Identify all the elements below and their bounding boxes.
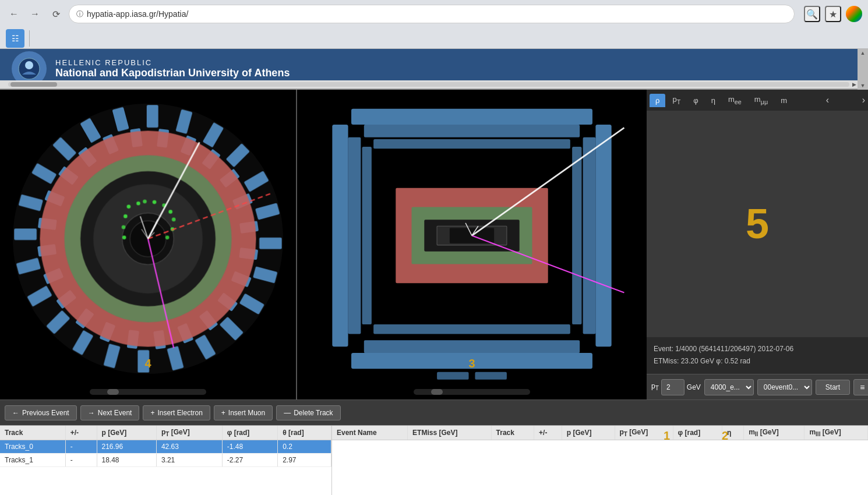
chart-number: 5	[746, 200, 769, 248]
apps-icon[interactable]: ☷	[6, 29, 24, 48]
col-sign: +/-	[65, 426, 97, 440]
svg-rect-76	[351, 109, 592, 125]
address-bar[interactable]: ⓘ hypatia-app.iasa.gr/Hypatia/	[69, 5, 795, 23]
scroll-down-arrow[interactable]: ▼	[860, 83, 866, 89]
svg-rect-97	[437, 372, 468, 380]
tab-muu[interactable]: mμμ	[749, 93, 774, 108]
action-controls-bar: ← Previous Event → Next Event + Insert E…	[0, 399, 868, 425]
svg-rect-86	[362, 147, 372, 324]
svg-rect-84	[373, 139, 570, 148]
prev-event-icon: ←	[12, 409, 19, 417]
header-banner: HELLENIC REPUBLIC National and Kapodistr…	[0, 49, 868, 90]
start-button[interactable]: Start	[816, 380, 850, 395]
insert-muon-label: Insert Muon	[228, 409, 265, 417]
tab-mee[interactable]: mee	[722, 93, 747, 108]
side-detector-panel: 3	[297, 90, 647, 399]
header-line2: National and Kapodistrian University of …	[55, 67, 290, 79]
prev-event-button[interactable]: ← Previous Event	[5, 405, 77, 420]
vertical-scrollbar[interactable]: ▲ ▼	[858, 49, 868, 90]
left-panel-scrollbar[interactable]	[90, 389, 206, 395]
svg-rect-81	[364, 340, 580, 353]
tracks-table: Track +/- p [GeV] pT [GeV] φ [rad] θ [ra…	[0, 426, 331, 467]
next-event-button[interactable]: → Next Event	[80, 405, 140, 420]
svg-rect-3	[147, 105, 158, 128]
right-scroll-thumb	[431, 389, 443, 395]
insert-muon-button[interactable]: + Insert Muon	[214, 405, 273, 420]
right-side-panel: ρ pT φ η mee mμμ m ‹ › 5 Event: 1/4000 (…	[647, 90, 868, 399]
browser-chrome: ← → ⟳ ⓘ hypatia-app.iasa.gr/Hypatia/ 🔍 ★…	[0, 0, 868, 49]
browser-toolbar: 🔍 ★	[804, 6, 862, 22]
reload-button[interactable]: ⟳	[48, 6, 64, 22]
label-3: 3	[468, 357, 475, 370]
svg-rect-82	[348, 137, 361, 334]
insert-electron-icon: +	[150, 409, 154, 417]
svg-rect-80	[364, 125, 580, 137]
etmiss-info-text: ETMiss: 23.20 GeV φ: 0.52 rad	[654, 355, 861, 368]
table-row[interactable]: Tracks_1-18.483.21-2.272.97	[0, 454, 331, 467]
controls-bar: pT GeV 4000_e... 00event0... Start ≡	[647, 374, 868, 399]
back-button[interactable]: ←	[6, 6, 22, 22]
svg-rect-98	[475, 372, 506, 380]
svg-point-67	[122, 225, 126, 229]
scrollbar-track	[8, 82, 849, 87]
tab-phi[interactable]: φ	[687, 94, 704, 107]
col-r-p: p [GeV]	[562, 426, 615, 440]
scroll-up-arrow[interactable]: ▲	[860, 50, 866, 56]
prev-event-label: Previous Event	[22, 409, 69, 417]
right-data-table: Event Name ETMiss [GeV] Track +/- p [GeV…	[332, 426, 868, 495]
svg-point-62	[168, 210, 172, 214]
col-r-track: Track	[491, 426, 534, 440]
col-p: p [GeV]	[97, 426, 156, 440]
tab-pt[interactable]: pT	[666, 93, 686, 108]
file-select[interactable]: 00event0...	[757, 379, 812, 395]
col-mlll: mlll [GeV]	[805, 426, 868, 440]
bookmark-button[interactable]: ★	[825, 6, 841, 22]
svg-point-63	[172, 218, 176, 222]
data-tables: Track +/- p [GeV] pT [GeV] φ [rad] θ [ra…	[0, 425, 868, 495]
nav-bar: ← → ⟳ ⓘ hypatia-app.iasa.gr/Hypatia/ 🔍 ★	[0, 0, 868, 28]
svg-rect-79	[595, 125, 611, 346]
event-select[interactable]: 4000_e...	[704, 379, 754, 395]
url-text: hypatia-app.iasa.gr/Hypatia/	[87, 9, 787, 19]
horizontal-scrollbar[interactable]: ▶	[0, 80, 858, 89]
col-event-name: Event Name	[332, 426, 408, 440]
scroll-right-arrow[interactable]: ▶	[852, 82, 856, 87]
right-panel-scrollbar[interactable]	[414, 389, 530, 395]
next-event-label: Next Event	[98, 409, 132, 417]
svg-rect-9	[259, 238, 282, 249]
side-tabs: ρ pT φ η mee mμμ m ‹ ›	[647, 90, 868, 111]
col-pt: pT [GeV]	[156, 426, 222, 440]
svg-point-1	[25, 61, 33, 69]
pt-label: pT	[651, 382, 659, 391]
label-4: 4	[144, 357, 151, 370]
col-track: Track	[0, 426, 65, 440]
insert-electron-button[interactable]: + Insert Electron	[143, 405, 210, 420]
delete-track-button[interactable]: — Delete Track	[276, 405, 340, 420]
svg-rect-78	[332, 125, 348, 346]
svg-rect-83	[583, 137, 596, 334]
tabs-prev-arrow[interactable]: ‹	[826, 95, 829, 105]
forward-button[interactable]: →	[27, 6, 43, 22]
tab-m[interactable]: m	[775, 94, 793, 107]
svg-rect-85	[373, 324, 570, 334]
insert-electron-label: Insert Electron	[157, 409, 202, 417]
table-row[interactable]: Tracks_0-216.9642.63-1.480.2	[0, 440, 331, 454]
pt-input[interactable]	[661, 379, 684, 395]
svg-point-66	[124, 214, 128, 218]
menu-button[interactable]: ≡	[853, 379, 868, 395]
pt-unit: GeV	[687, 383, 701, 391]
tab-rho[interactable]: ρ	[650, 94, 665, 107]
app-container: HELLENIC REPUBLIC National and Kapodistr…	[0, 49, 868, 495]
events-table: Event Name ETMiss [GeV] Track +/- p [GeV…	[332, 426, 868, 440]
event-info-panel: Event: 1/4000 (5641411/206497) 2012-07-0…	[647, 337, 868, 374]
tabs-next-arrow[interactable]: ›	[862, 95, 865, 105]
svg-rect-21	[14, 228, 37, 240]
scrollbar-thumb	[10, 82, 57, 87]
col-mll: mll [GeV]	[744, 426, 805, 440]
left-scroll-thumb	[107, 389, 119, 395]
security-icon: ⓘ	[76, 9, 83, 19]
header-line1: HELLENIC REPUBLIC	[55, 58, 290, 67]
tab-eta[interactable]: η	[705, 94, 721, 107]
zoom-button[interactable]: 🔍	[804, 6, 820, 22]
profile-icon[interactable]	[846, 6, 862, 22]
